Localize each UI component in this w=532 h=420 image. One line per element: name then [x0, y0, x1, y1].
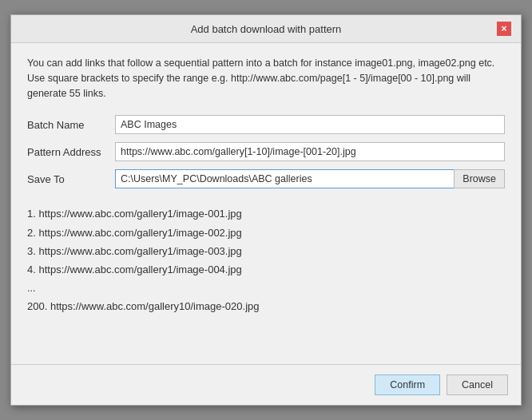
preview-item-2: 2. https://www.abc.com/gallery1/image-00…	[27, 224, 505, 242]
dialog: Add batch download with pattern × You ca…	[10, 14, 522, 406]
dialog-title: Add batch download with pattern	[35, 23, 497, 35]
close-button[interactable]: ×	[497, 22, 511, 36]
preview-item-4: 4. https://www.abc.com/gallery1/image-00…	[27, 260, 505, 279]
save-to-input[interactable]	[115, 169, 454, 188]
pattern-address-label: Pattern Address	[27, 146, 115, 158]
pattern-address-input[interactable]	[115, 142, 505, 161]
confirm-button[interactable]: Confirm	[375, 374, 440, 395]
preview-last-item: 200. https://www.abc.com/gallery10/image…	[27, 297, 505, 315]
footer: Confirm Cancel	[11, 364, 521, 405]
browse-button[interactable]: Browse	[454, 169, 505, 188]
preview-item-1: 1. https://www.abc.com/gallery1/image-00…	[27, 204, 505, 223]
preview-list: 1. https://www.abc.com/gallery1/image-00…	[27, 204, 505, 315]
batch-name-label: Batch Name	[27, 119, 115, 131]
preview-section: 1. https://www.abc.com/gallery1/image-00…	[27, 204, 505, 351]
preview-ellipsis: ...	[27, 279, 505, 298]
save-to-label: Save To	[27, 173, 115, 185]
preview-item-3: 3. https://www.abc.com/gallery1/image-00…	[27, 242, 505, 260]
form-section: Batch Name Pattern Address Save To Brows…	[27, 115, 505, 188]
title-bar: Add batch download with pattern ×	[11, 15, 521, 43]
pattern-address-row: Pattern Address	[27, 142, 505, 161]
description-text: You can add links that follow a sequenti…	[27, 56, 505, 101]
batch-name-row: Batch Name	[27, 115, 505, 134]
dialog-content: You can add links that follow a sequenti…	[11, 43, 521, 364]
save-to-row: Save To Browse	[27, 169, 505, 188]
batch-name-input[interactable]	[115, 115, 505, 134]
cancel-button[interactable]: Cancel	[447, 374, 508, 395]
